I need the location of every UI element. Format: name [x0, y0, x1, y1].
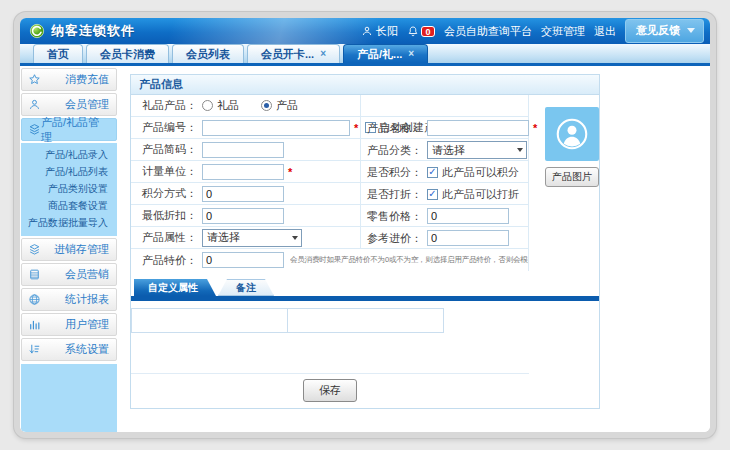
product-shortcode-input[interactable]: [202, 142, 284, 158]
unit-input[interactable]: [202, 164, 284, 180]
points-allowed-checkbox[interactable]: ✓: [427, 167, 438, 178]
notification-bell[interactable]: 0: [407, 25, 435, 38]
custom-attribute-cell[interactable]: [131, 308, 288, 333]
submenu-item-product-list[interactable]: 产品/礼品列表: [21, 163, 117, 180]
radio-label: 礼品: [217, 98, 239, 113]
product-image-column: 产品图片: [543, 107, 601, 187]
tab-home[interactable]: 首页: [33, 44, 83, 63]
bottom-tab-underline: [131, 296, 599, 301]
sidebar-item-product-gift-management[interactable]: 产品/礼品管理: [21, 118, 117, 141]
product-image-placeholder: [545, 107, 599, 161]
avatar-icon: [554, 116, 590, 152]
tab-label: 首页: [47, 47, 69, 62]
sidebar-item-label: 产品/礼品管理: [41, 115, 109, 145]
product-image-button[interactable]: 产品图片: [545, 167, 599, 187]
user-icon: [28, 98, 41, 111]
notification-badge: 0: [421, 26, 435, 37]
discount-allowed-checkbox[interactable]: ✓: [427, 189, 438, 200]
app-window: 纳客连锁软件 长阳 0 会员自助查询平台 交班管理 退出 意见反馈: [14, 12, 716, 438]
radio-product[interactable]: 产品: [261, 98, 298, 113]
sidebar-item-inventory-management[interactable]: 进销存管理: [21, 238, 117, 261]
radio-label: 产品: [276, 98, 298, 113]
tab-member-list[interactable]: 会员列表: [172, 44, 244, 63]
product-category-select[interactable]: 请选择: [427, 141, 527, 159]
chevron-down-icon: [517, 148, 523, 152]
radio-icon-checked[interactable]: [261, 100, 272, 111]
close-icon[interactable]: ×: [320, 49, 326, 59]
tab-label: 会员卡消费: [100, 47, 155, 62]
row-special-price: 产品特价： 会员消费时如果产品特价不为0或不为空，则选择启用产品特价，否则会根据…: [131, 249, 528, 271]
close-icon[interactable]: ×: [408, 49, 414, 59]
sidebar-item-system-settings[interactable]: 系统设置: [21, 338, 117, 361]
sidebar-item-label: 会员管理: [65, 97, 109, 112]
select-value: 请选择: [432, 143, 465, 158]
app-title: 纳客连锁软件: [51, 22, 135, 40]
points-method-input[interactable]: [202, 186, 284, 202]
username-label: 长阳: [376, 24, 398, 39]
field-label: 参考进价：: [362, 231, 422, 246]
submenu-item-batch-import[interactable]: 产品数据批量导入: [21, 214, 117, 231]
sidebar-item-label: 统计报表: [65, 292, 109, 307]
tab-member-open-card[interactable]: 会员开卡... ×: [247, 44, 340, 63]
radio-gift[interactable]: 礼品: [202, 98, 239, 113]
field-label: 最低折扣：: [131, 208, 197, 223]
custom-attribute-row: [131, 308, 599, 333]
submenu-item-category-settings[interactable]: 产品类别设置: [21, 180, 117, 197]
field-label: 计量单位：: [131, 164, 197, 179]
product-name-input[interactable]: [427, 120, 529, 136]
product-attribute-select[interactable]: 请选择: [202, 229, 302, 247]
field-label: 产品简码：: [131, 142, 197, 157]
field-label: 积分方式：: [131, 186, 197, 201]
sidebar-item-member-management[interactable]: 会员管理: [21, 93, 117, 116]
radio-icon[interactable]: [202, 100, 213, 111]
chevron-down-icon: [687, 28, 695, 33]
link-logout[interactable]: 退出: [594, 24, 616, 39]
main-area: 产品信息 礼品产品： 礼品: [118, 66, 710, 432]
custom-attribute-cell[interactable]: [287, 308, 444, 333]
tab-product-gift[interactable]: 产品/礼... ×: [343, 44, 428, 63]
feedback-button[interactable]: 意见反馈: [625, 19, 704, 43]
row-product-name: 产品名称： *: [362, 117, 528, 139]
sidebar-item-consume-recharge[interactable]: 消费充值: [21, 68, 117, 91]
submenu-item-package-settings[interactable]: 商品套餐设置: [21, 197, 117, 214]
row-reference-price: 参考进价：: [362, 227, 528, 249]
field-label: 礼品产品：: [131, 98, 197, 113]
special-price-input[interactable]: [202, 252, 284, 268]
field-label: 是否打折：: [362, 187, 422, 202]
row-product-category: 产品分类： 请选择: [362, 139, 528, 161]
tab-remarks[interactable]: 备注: [218, 279, 274, 296]
title-bar: 纳客连锁软件 长阳 0 会员自助查询平台 交班管理 退出 意见反馈: [20, 18, 710, 44]
feedback-label: 意见反馈: [636, 23, 680, 38]
link-self-service[interactable]: 会员自助查询平台: [444, 24, 532, 39]
link-shift-management[interactable]: 交班管理: [541, 24, 585, 39]
reference-price-input[interactable]: [427, 230, 509, 246]
field-label: 产品名称：: [362, 121, 422, 136]
required-mark: *: [354, 122, 358, 134]
submenu-item-product-entry[interactable]: 产品/礼品录入: [21, 146, 117, 163]
product-code-input[interactable]: [202, 120, 350, 136]
required-mark: *: [288, 166, 292, 178]
sidebar-item-label: 进销存管理: [54, 242, 109, 257]
sort-lines-icon: [28, 343, 41, 356]
sidebar-item-user-management[interactable]: 用户管理: [21, 313, 117, 336]
row-gift-or-product: 礼品产品： 礼品 产品: [131, 95, 528, 117]
min-discount-input[interactable]: [202, 208, 284, 224]
layers-icon: [28, 243, 41, 256]
bell-icon: [407, 25, 419, 38]
field-label: 产品属性：: [131, 230, 197, 245]
tab-label: 会员列表: [186, 47, 230, 62]
save-button[interactable]: 保存: [303, 379, 357, 402]
sidebar-item-member-marketing[interactable]: 会员营销: [21, 263, 117, 286]
tab-custom-attributes[interactable]: 自定义属性: [134, 279, 216, 296]
tab-card-consume[interactable]: 会员卡消费: [86, 44, 169, 63]
checkbox-label: 此产品可以积分: [442, 165, 519, 180]
bottom-tab-strip: 自定义属性 备注: [134, 279, 599, 296]
sidebar-item-statistics-reports[interactable]: 统计报表: [21, 288, 117, 311]
field-label: 产品特价：: [131, 253, 197, 268]
layers-icon: [28, 123, 41, 136]
globe-icon: [28, 293, 41, 306]
current-user[interactable]: 长阳: [361, 24, 398, 39]
panel-title: 产品信息: [131, 75, 599, 95]
star-icon: [28, 73, 41, 86]
retail-price-input[interactable]: [427, 208, 509, 224]
